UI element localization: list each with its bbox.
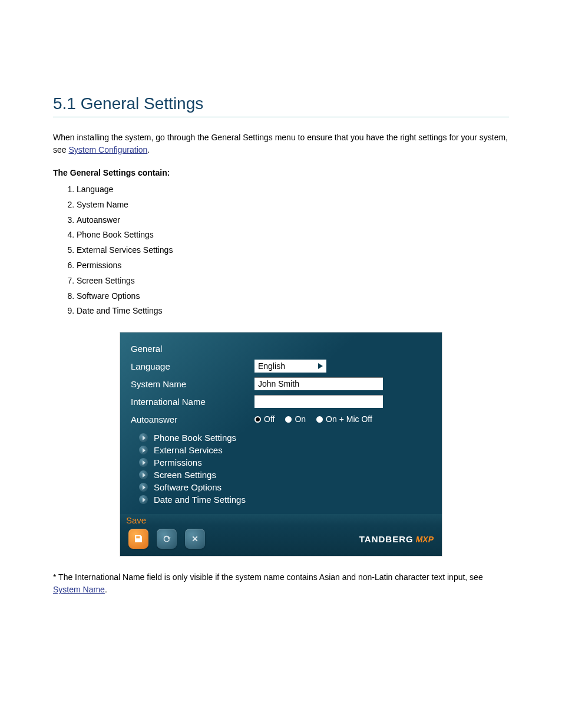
radio-label: Off bbox=[264, 414, 275, 424]
chevron-right-icon bbox=[139, 458, 148, 467]
submenu-software-options[interactable]: Software Options bbox=[131, 481, 431, 493]
language-label: Language bbox=[131, 361, 254, 371]
submenu-phone-book[interactable]: Phone Book Settings bbox=[131, 431, 431, 444]
submenu-label: Software Options bbox=[154, 482, 222, 492]
settings-list: Language System Name Autoanswer Phone Bo… bbox=[53, 183, 509, 318]
list-item: External Services Settings bbox=[77, 243, 509, 258]
autoanswer-on-mic-off-radio[interactable]: On + Mic Off bbox=[316, 414, 372, 424]
language-value: English bbox=[258, 361, 285, 371]
radio-icon bbox=[316, 416, 323, 423]
language-select[interactable]: English bbox=[254, 360, 326, 373]
radio-icon bbox=[285, 416, 292, 423]
save-icon bbox=[133, 533, 144, 544]
list-item: Autoanswer bbox=[77, 213, 509, 228]
footnote-prefix: * The International Name field is only v… bbox=[53, 572, 483, 582]
refresh-button[interactable] bbox=[157, 529, 177, 549]
brand-logo: TANDBERG MXP bbox=[359, 534, 434, 544]
list-item: Phone Book Settings bbox=[77, 228, 509, 242]
submenu-label: Phone Book Settings bbox=[154, 433, 236, 443]
dropdown-arrow-icon bbox=[318, 363, 323, 369]
autoanswer-label: Autoanswer bbox=[131, 414, 254, 424]
submenu-external-services[interactable]: External Services bbox=[131, 444, 431, 456]
autoanswer-on-radio[interactable]: On bbox=[285, 414, 306, 424]
save-button[interactable] bbox=[128, 529, 148, 549]
brand-main: TANDBERG bbox=[359, 534, 414, 544]
footnote-suffix: . bbox=[105, 585, 107, 594]
list-item: Permissions bbox=[77, 259, 509, 273]
refresh-icon bbox=[161, 533, 172, 544]
list-item: Screen Settings bbox=[77, 274, 509, 288]
submenu-date-time[interactable]: Date and Time Settings bbox=[131, 493, 431, 506]
submenu-label: Screen Settings bbox=[154, 470, 216, 480]
intro-paragraph: When installing the system, go through t… bbox=[53, 131, 509, 156]
radio-label: On + Mic Off bbox=[326, 414, 372, 424]
list-item: Language bbox=[77, 183, 509, 197]
footnote: * The International Name field is only v… bbox=[53, 571, 509, 596]
submenu-screen-settings[interactable]: Screen Settings bbox=[131, 469, 431, 481]
radio-icon bbox=[254, 416, 261, 423]
system-configuration-link[interactable]: System Configuration bbox=[68, 145, 147, 154]
chevron-right-icon bbox=[139, 470, 148, 479]
autoanswer-off-radio[interactable]: Off bbox=[254, 414, 275, 424]
settings-panel: General Language English System Name Int… bbox=[120, 332, 442, 556]
close-button[interactable] bbox=[185, 529, 205, 549]
chevron-right-icon bbox=[139, 433, 148, 442]
section-title: 5.1 General Settings bbox=[53, 94, 509, 113]
panel-heading: General bbox=[131, 344, 254, 354]
list-item: System Name bbox=[77, 198, 509, 212]
list-item: Software Options bbox=[77, 289, 509, 304]
international-name-label: International Name bbox=[131, 397, 254, 407]
chevron-right-icon bbox=[139, 446, 148, 454]
chevron-right-icon bbox=[139, 495, 148, 504]
submenu-label: External Services bbox=[154, 445, 223, 455]
system-name-input[interactable] bbox=[254, 377, 383, 390]
submenu-permissions[interactable]: Permissions bbox=[131, 456, 431, 469]
intro-text-suffix: . bbox=[147, 145, 150, 154]
chevron-right-icon bbox=[139, 483, 148, 492]
international-name-input[interactable] bbox=[254, 395, 383, 408]
autoanswer-radio-group: Off On On + Mic Off bbox=[254, 414, 372, 424]
radio-label: On bbox=[295, 414, 306, 424]
close-icon bbox=[190, 533, 200, 544]
submenu-label: Date and Time Settings bbox=[154, 495, 246, 505]
system-name-link[interactable]: System Name bbox=[53, 585, 105, 594]
brand-sub: MXP bbox=[416, 535, 434, 544]
divider bbox=[53, 117, 509, 117]
system-name-label: System Name bbox=[131, 379, 254, 389]
list-heading: The General Settings contain: bbox=[53, 167, 509, 179]
list-item: Date and Time Settings bbox=[77, 304, 509, 318]
save-label: Save bbox=[126, 515, 146, 525]
submenu-label: Permissions bbox=[154, 457, 202, 467]
